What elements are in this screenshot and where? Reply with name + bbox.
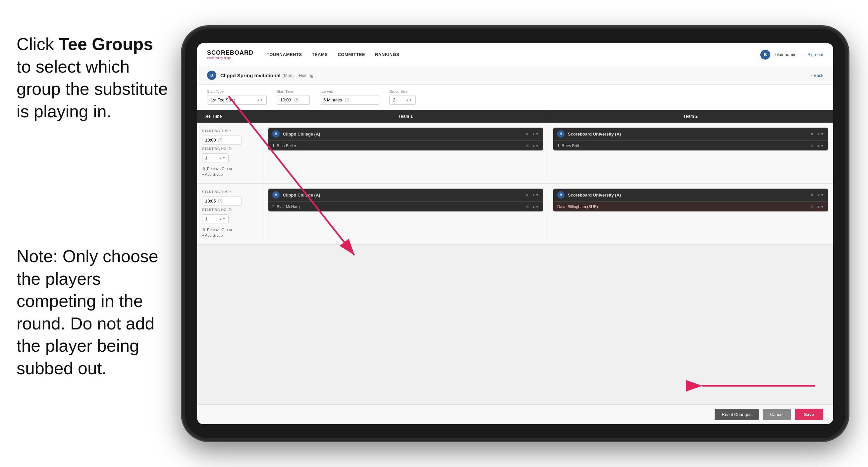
team2-col-2: B Scoreboard University (A) ✕ ▲▼ Dave Bi… xyxy=(548,184,833,244)
note-text: Note: Only choose the players competing … xyxy=(0,232,192,393)
sub-player-remove-2[interactable]: ✕ xyxy=(810,204,814,209)
tablet-screen: SCOREBOARD Powered by clippd TOURNAMENTS… xyxy=(197,43,833,424)
team2-controls-2: ✕ ▲▼ xyxy=(810,193,824,198)
breadcrumb-title: Clippd Spring Invitational xyxy=(220,72,281,78)
team1-header-1: B Clippd College (A) ✕ ▲▼ xyxy=(268,127,543,141)
player2-remove-1[interactable]: ✕ xyxy=(810,143,814,148)
hosting-badge: Hosting xyxy=(299,73,313,78)
header-team2: Team 2 xyxy=(548,110,833,123)
hole-value-1: 1 xyxy=(205,155,207,160)
starting-hole-label-1: STARTING HOLE: xyxy=(202,147,258,151)
back-button[interactable]: ‹ Back xyxy=(811,73,823,78)
nav-tournaments[interactable]: TOURNAMENTS xyxy=(267,50,302,59)
team1-name-2: Clippd College (A) xyxy=(283,193,522,198)
group-size-select[interactable]: 2 ▲▼ xyxy=(389,95,416,105)
player2-controls-1: ✕ ▲▼ xyxy=(810,143,824,148)
hole-arrow-2: ▲▼ xyxy=(219,217,226,221)
player1-remove-1[interactable]: ✕ xyxy=(525,143,529,148)
instruction-bold: Tee Groups xyxy=(59,34,153,54)
team1-controls-2: ✕ ▲▼ xyxy=(525,193,539,198)
player1-remove-2[interactable]: ✕ xyxy=(525,204,529,209)
admin-label: blair admin xyxy=(775,52,797,57)
player1-name-2: 2. Blair McHarg xyxy=(272,204,525,209)
team2-name-1: Scoreboard University (A) xyxy=(568,132,807,137)
add-group-btn-2[interactable]: + Add Group xyxy=(202,233,258,237)
start-time-label: Start Time xyxy=(277,89,310,93)
team2-chevron-2[interactable]: ▲▼ xyxy=(817,193,824,197)
start-time-value: 10:00 xyxy=(280,97,291,103)
team1-chevron-2[interactable]: ▲▼ xyxy=(532,193,539,197)
schedule-area: Tee Time Team 1 Team 2 STARTING TIME: 10… xyxy=(197,110,833,404)
group-size-arrow: ▲▼ xyxy=(405,98,412,102)
trash-icon-1: 🗑 xyxy=(202,167,206,171)
team1-remove-btn-2[interactable]: ✕ xyxy=(525,193,529,198)
add-group-btn-1[interactable]: + Add Group xyxy=(202,172,258,176)
team2-header-1: B Scoreboard University (A) ✕ ▲▼ xyxy=(553,127,828,141)
hole-input-1[interactable]: 1 ▲▼ xyxy=(202,153,228,163)
logo-sub: Powered by clippd xyxy=(207,56,253,60)
schedule-table: Tee Time Team 1 Team 2 STARTING TIME: 10… xyxy=(197,110,833,404)
team1-chevron-1[interactable]: ▲▼ xyxy=(532,132,539,136)
tee-clock-icon-2: 🕐 xyxy=(218,199,223,204)
nav-committee[interactable]: COMMITTEE xyxy=(338,50,365,59)
nav-right: B blair admin | Sign out xyxy=(760,50,823,60)
start-type-select[interactable]: 1st Tee Start ▲▼ xyxy=(207,95,267,105)
tee-time-input-2[interactable]: 10:05 🕐 xyxy=(202,197,242,205)
team2-col-1: B Scoreboard University (A) ✕ ▲▼ 1. Rees… xyxy=(548,123,833,183)
sign-out-link[interactable]: Sign out xyxy=(807,52,823,57)
team2-icon-1: B xyxy=(557,130,564,138)
remove-group-btn-1[interactable]: 🗑 Remove Group xyxy=(202,167,258,171)
team2-card-2: B Scoreboard University (A) ✕ ▲▼ Dave Bi… xyxy=(553,188,828,211)
remove-group-label-2: Remove Group xyxy=(207,228,232,232)
tee-time-value-2: 10:05 xyxy=(205,199,216,204)
tee-group-1: STARTING TIME: 10:00 🕐 STARTING HOLE: 1 … xyxy=(197,123,833,184)
start-type-group: Start Type 1st Tee Start ▲▼ xyxy=(207,89,267,105)
intervals-label: Intervals xyxy=(320,89,379,93)
player1-chevron-2[interactable]: ▲▼ xyxy=(532,205,539,209)
tee-time-value-1: 10:00 xyxy=(205,138,216,143)
clock-icon: 🕐 xyxy=(294,98,299,103)
hole-value-2: 1 xyxy=(205,216,207,222)
team1-remove-btn-1[interactable]: ✕ xyxy=(525,132,529,137)
reset-changes-button[interactable]: Reset Changes xyxy=(715,409,759,420)
instruction-prefix: Click xyxy=(17,34,59,54)
tee-time-col-2: STARTING TIME: 10:05 🕐 STARTING HOLE: 1 … xyxy=(197,184,264,244)
nav-rankings[interactable]: RANKINGS xyxy=(375,50,399,59)
team2-remove-btn-1[interactable]: ✕ xyxy=(810,132,814,137)
add-group-label-1: + Add Group xyxy=(202,172,223,176)
intervals-select[interactable]: 5 Minutes 🕐 xyxy=(320,95,379,105)
player1-controls-1: ✕ ▲▼ xyxy=(525,143,539,148)
team1-col-1: B Clippd College (A) ✕ ▲▼ 1. Rich Butler xyxy=(264,123,548,183)
tee-actions-1: 🗑 Remove Group + Add Group xyxy=(202,167,258,176)
start-time-select[interactable]: 10:00 🕐 xyxy=(277,95,310,105)
team2-header-2: B Scoreboard University (A) ✕ ▲▼ xyxy=(553,188,828,202)
starting-time-label-1: STARTING TIME: xyxy=(202,129,258,133)
team2-chevron-1[interactable]: ▲▼ xyxy=(817,132,824,136)
team1-card-2: B Clippd College (A) ✕ ▲▼ 2. Blair McHar… xyxy=(268,188,543,211)
tee-clock-icon-1: 🕐 xyxy=(218,138,223,143)
team2-icon-2: B xyxy=(557,191,564,199)
player1-chevron-1[interactable]: ▲▼ xyxy=(532,144,539,148)
main-content: Start Type 1st Tee Start ▲▼ Start Time 1… xyxy=(197,85,833,424)
navbar: SCOREBOARD Powered by clippd TOURNAMENTS… xyxy=(197,43,833,66)
group-size-label: Group Size xyxy=(389,89,416,93)
group-size-group: Group Size 2 ▲▼ xyxy=(389,89,416,105)
hole-input-2[interactable]: 1 ▲▼ xyxy=(202,214,228,224)
team2-remove-btn-2[interactable]: ✕ xyxy=(810,193,814,198)
intervals-clock-icon: 🕐 xyxy=(345,98,349,103)
sub-player-chevron-2[interactable]: ▲▼ xyxy=(817,205,824,209)
logo-text: SCOREBOARD xyxy=(207,49,253,56)
remove-group-btn-2[interactable]: 🗑 Remove Group xyxy=(202,228,258,232)
group-size-value: 2 xyxy=(393,97,395,103)
start-type-arrow: ▲▼ xyxy=(256,98,263,102)
remove-group-label-1: Remove Group xyxy=(207,167,232,171)
player2-chevron-1[interactable]: ▲▼ xyxy=(817,144,824,148)
save-button[interactable]: Save xyxy=(795,409,823,420)
cancel-button[interactable]: Cancel xyxy=(763,409,790,420)
team1-card-1: B Clippd College (A) ✕ ▲▼ 1. Rich Butler xyxy=(268,127,543,150)
nav-teams[interactable]: TEAMS xyxy=(312,50,328,59)
sub-player-controls-2: ✕ ▲▼ xyxy=(810,204,824,209)
team1-name-1: Clippd College (A) xyxy=(283,132,522,137)
intervals-group: Intervals 5 Minutes 🕐 xyxy=(320,89,379,105)
tee-time-input-1[interactable]: 10:00 🕐 xyxy=(202,136,242,145)
